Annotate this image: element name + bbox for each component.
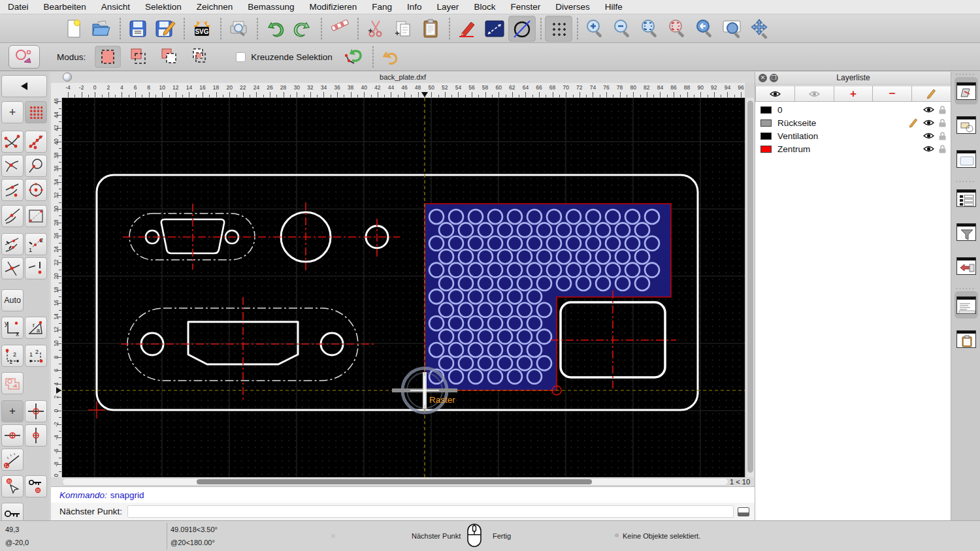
layer-lock-icon[interactable] xyxy=(939,132,946,140)
undo-selection-icon[interactable] xyxy=(377,44,404,70)
layer-visible-eye-icon[interactable] xyxy=(923,145,934,153)
command-expand-button[interactable] xyxy=(738,507,749,516)
mode-remove-icon[interactable] xyxy=(156,46,182,68)
draw-pencil-icon[interactable] xyxy=(453,16,481,42)
svg-export-icon[interactable]: SVG xyxy=(188,16,216,42)
layer-list-dock-icon[interactable] xyxy=(955,77,978,104)
zoom-auto-icon[interactable] xyxy=(636,16,664,42)
dsub-connector[interactable] xyxy=(129,213,255,260)
close-icon[interactable]: ✕ xyxy=(759,74,767,82)
show-all-eye-icon[interactable] xyxy=(755,86,795,102)
drawing-canvas[interactable]: Raster xyxy=(62,98,745,477)
library-browser-dock-icon[interactable] xyxy=(955,252,978,279)
copy-icon[interactable] xyxy=(389,16,417,42)
mode-add-icon[interactable] xyxy=(125,46,152,68)
print-preview-icon[interactable] xyxy=(225,16,252,42)
zoom-in-icon[interactable] xyxy=(581,16,609,42)
zoom-out-icon[interactable] xyxy=(609,16,636,42)
layer-visible-eye-icon[interactable] xyxy=(923,119,934,127)
layer-color-swatch[interactable] xyxy=(760,146,772,153)
selection-tool-button[interactable] xyxy=(8,45,40,69)
add-layer-icon[interactable]: + xyxy=(834,86,874,102)
paste-icon[interactable] xyxy=(417,16,444,42)
restrict-horizontal-icon[interactable] xyxy=(1,424,24,447)
menu-datei[interactable]: Datei xyxy=(8,2,29,12)
mode-intersect-icon[interactable] xyxy=(187,46,213,68)
ventilation-region[interactable] xyxy=(425,204,671,390)
nearest-snap-icon[interactable] xyxy=(1,179,24,201)
save-as-icon[interactable] xyxy=(152,16,179,42)
relative-12-icon[interactable]: 12 xyxy=(1,345,24,367)
hscroll-thumb[interactable] xyxy=(197,479,592,484)
crossing-selection-checkbox[interactable] xyxy=(236,52,246,62)
layer-row[interactable]: Ventilation xyxy=(755,129,951,142)
vertical-scrollbar[interactable] xyxy=(745,98,754,477)
set-relative-zero-icon[interactable] xyxy=(1,475,24,497)
center-snap-icon[interactable] xyxy=(25,179,47,201)
selection-filter-dock-icon[interactable] xyxy=(955,218,978,245)
remove-layer-icon[interactable]: − xyxy=(873,86,912,102)
restrict-none-icon[interactable]: + xyxy=(1,400,24,422)
restrict-orthogonal-icon[interactable] xyxy=(25,400,47,422)
layer-color-swatch[interactable] xyxy=(760,119,772,127)
menu-zeichnen[interactable]: Zeichnen xyxy=(197,2,233,12)
menu-block[interactable]: Block xyxy=(474,2,495,12)
menu-hilfe[interactable]: Hilfe xyxy=(605,2,623,12)
auto-snap-2-icon[interactable]: 12 xyxy=(25,233,47,255)
layer-row[interactable]: 0 xyxy=(755,103,951,116)
delete-icon[interactable] xyxy=(325,16,353,42)
coordinate-polar-icon[interactable]: ra xyxy=(25,317,47,339)
hide-all-eye-icon[interactable] xyxy=(795,86,834,102)
layer-lock-icon[interactable] xyxy=(939,145,946,153)
intersection-manual-icon[interactable] xyxy=(25,257,47,279)
auto-snap-1-icon[interactable] xyxy=(1,233,24,255)
menu-bemassung[interactable]: Bemassung xyxy=(248,2,294,12)
menu-selektion[interactable]: Selektion xyxy=(145,2,182,12)
command-line-dock-icon[interactable] xyxy=(955,291,978,319)
layer-color-swatch[interactable] xyxy=(760,133,772,140)
restore-selection-icon[interactable] xyxy=(339,44,368,70)
dimension-icon[interactable] xyxy=(481,16,508,42)
intersection-snap-icon[interactable] xyxy=(1,257,24,279)
layer-lock-icon[interactable] xyxy=(939,106,946,114)
layer-color-swatch[interactable] xyxy=(760,106,772,114)
clipboard-dock-icon[interactable] xyxy=(955,325,978,353)
endpoint-snap-icon[interactable] xyxy=(1,131,24,153)
point-snap-icon[interactable] xyxy=(25,131,47,153)
horizontal-scrollbar[interactable]: 1 < 10 xyxy=(51,477,755,486)
angle-gauge-icon[interactable] xyxy=(1,449,24,471)
lock-relative-zero-icon[interactable] xyxy=(25,475,47,497)
layer-row[interactable]: Rückseite xyxy=(755,116,951,129)
entity-snap-icon[interactable] xyxy=(25,155,47,177)
free-snap-icon[interactable]: + xyxy=(1,101,24,123)
restrict-vertical-icon[interactable] xyxy=(25,424,47,447)
zoom-window-icon[interactable] xyxy=(719,16,746,42)
menu-fenster[interactable]: Fenster xyxy=(510,2,540,12)
menu-ansicht[interactable]: Ansicht xyxy=(101,2,130,12)
menu-fang[interactable]: Fang xyxy=(372,2,392,12)
new-file-icon[interactable] xyxy=(60,16,88,42)
zoom-selection-icon[interactable] xyxy=(664,16,691,42)
auto-snap-button[interactable]: Auto xyxy=(1,289,24,311)
modify-circle-icon[interactable] xyxy=(508,16,536,42)
layer-visible-eye-icon[interactable] xyxy=(923,106,934,114)
tangent-snap-icon[interactable] xyxy=(1,205,24,227)
menu-modifizieren[interactable]: Modifizieren xyxy=(310,2,357,12)
undo-icon[interactable] xyxy=(261,16,289,42)
layer-visible-eye-icon[interactable] xyxy=(923,132,934,140)
redo-icon[interactable] xyxy=(289,16,316,42)
intersection-auto-icon[interactable] xyxy=(1,155,24,177)
open-folder-icon[interactable] xyxy=(88,16,115,42)
zoom-previous-icon[interactable] xyxy=(691,16,719,42)
menu-bearbeiten[interactable]: Bearbeiten xyxy=(44,2,86,12)
grid-snap-icon[interactable] xyxy=(25,101,47,123)
pan-icon[interactable] xyxy=(746,16,774,42)
property-editor-dock-icon[interactable] xyxy=(955,184,978,212)
restrict-shape-icon[interactable] xyxy=(1,372,24,394)
relative-21-icon[interactable]: 12 xyxy=(25,345,47,367)
detach-icon[interactable]: ❐ xyxy=(770,74,778,82)
layer-lock-icon[interactable] xyxy=(939,119,946,127)
coordinate-xy-icon[interactable]: yx xyxy=(1,317,24,339)
cut-icon[interactable] xyxy=(362,16,389,42)
back-icon[interactable] xyxy=(1,75,47,97)
